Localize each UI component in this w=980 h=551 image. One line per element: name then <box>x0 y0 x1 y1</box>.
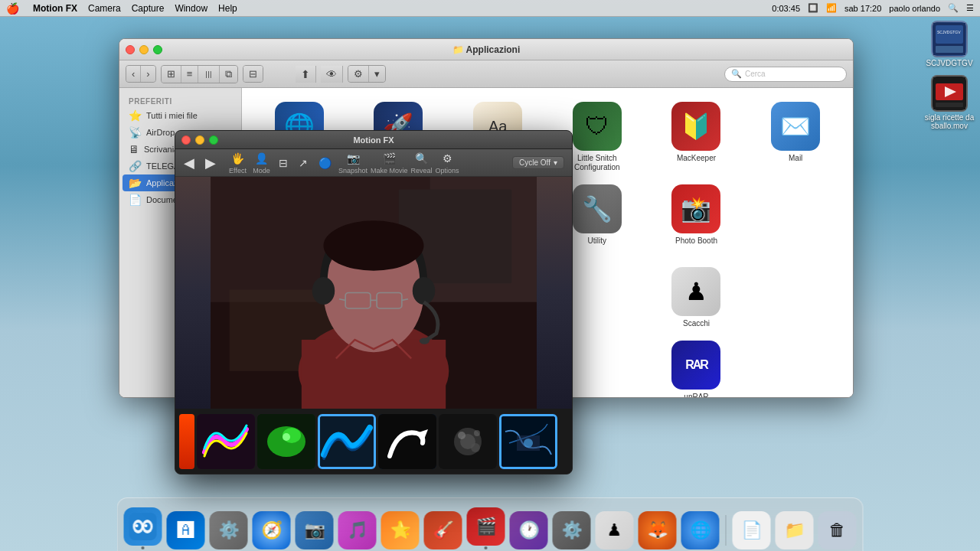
mfx-cycle-btn[interactable]: Cycle Off ▾ <box>512 156 564 169</box>
effect-blob[interactable] <box>257 414 315 469</box>
unrar-icon: RAR <box>671 341 720 390</box>
column-view[interactable]: ⫼ <box>198 66 220 83</box>
mfx-movie-btn[interactable]: 🎬 Make Movie <box>371 151 408 174</box>
user-name: paolo orlando <box>889 4 940 13</box>
apple-menu[interactable]: 🍎 <box>6 2 19 15</box>
app-photobooth[interactable]: 📸 Photo Booth <box>647 178 746 261</box>
dock-iphoto[interactable]: 📷 <box>296 511 334 549</box>
settings-dropdown[interactable]: ▾ <box>369 66 385 82</box>
scrivania-icon: 🖥 <box>129 143 139 155</box>
eye-button[interactable]: 👁 <box>321 66 343 83</box>
person-silhouette <box>175 177 572 409</box>
dock-safari[interactable]: 🧭 <box>253 511 291 549</box>
mfx-close[interactable] <box>181 135 191 145</box>
svg-point-28 <box>458 432 466 439</box>
mfx-reveal-btn[interactable]: 🔍 Reveal <box>411 151 433 174</box>
mfx-back-btn[interactable]: ◀ <box>180 153 198 173</box>
app-mackeeper[interactable]: 🔰 MacKeeper <box>647 96 746 178</box>
svg-rect-24 <box>378 414 436 469</box>
forward-button[interactable]: › <box>141 66 155 82</box>
telegaragemare-icon: 🔗 <box>129 160 142 172</box>
dock-timemachine[interactable]: 🕐 <box>510 511 548 549</box>
desktop-icon-screenshot[interactable]: SCJVDGTGV SCJVDGTGV <box>926 21 972 67</box>
dock-motionFX[interactable]: 🎬 <box>467 507 505 549</box>
scacchi-label: Scacchi <box>683 319 710 328</box>
mfx-snapshot-icon: 📷 <box>343 151 364 166</box>
menu-help[interactable]: Help <box>218 3 237 14</box>
coverflow-view[interactable]: ⧉ <box>220 66 237 83</box>
desktop: 📁 Applicazioni ‹ › ⊞ ≡ ⫼ ⧉ ⊟ ⬆ 👁 ⚙ ▾ <box>0 17 980 551</box>
motionFX-window: Motion FX ◀ ▶ 🖐 Effect 👤 Mode ⊟ <box>175 130 573 474</box>
mfx-arrow-btn[interactable]: ↗ <box>295 155 312 171</box>
desktop-icons: SCJVDGTGV SCJVDGTGV sigla ricette da sba… <box>923 21 976 130</box>
dock-note[interactable]: 📄 <box>733 511 771 549</box>
mfx-extra-btn[interactable]: ⊟ <box>275 155 292 171</box>
dropdown-view[interactable]: ⊟ <box>243 66 263 82</box>
finder-dot <box>142 546 145 549</box>
svg-rect-35 <box>936 25 963 44</box>
wifi-icon: 📶 <box>826 3 837 13</box>
effect-strip <box>175 409 572 474</box>
mfx-mode-btn[interactable]: 👤 Mode <box>251 151 272 174</box>
mfx-options-btn[interactable]: ⚙ Options <box>436 151 459 174</box>
app-scacchi[interactable]: ♟ Scacchi <box>647 261 746 334</box>
app-mail[interactable]: ✉️ Mail <box>746 96 845 178</box>
sidebar-item-allfiles[interactable]: ⭐ Tutti i miei file <box>119 107 241 124</box>
icon-view[interactable]: ⊞ <box>162 66 181 83</box>
dock-appstore[interactable]: 🅰 <box>167 511 205 549</box>
garageband-icon: 🎸 <box>424 511 462 549</box>
dock-sysprefs2[interactable]: ⚙️ <box>553 511 591 549</box>
desktop-icon-video[interactable]: sigla ricette da sballo.mov <box>923 75 976 130</box>
mfx-circle-icon: 🔵 <box>315 155 335 171</box>
finder-titlebar: 📁 Applicazioni <box>119 39 853 60</box>
dock-documents[interactable]: 📁 <box>776 511 814 549</box>
app-menu-motionFX[interactable]: Motion FX <box>33 3 77 14</box>
maximize-button[interactable] <box>153 45 162 54</box>
settings-button[interactable]: ⚙ <box>348 66 369 82</box>
mackeeper-icon: 🔰 <box>671 102 720 151</box>
search-box[interactable]: 🔍 Cerca <box>724 67 847 82</box>
sysprefs-icon: ⚙️ <box>210 511 248 549</box>
mfx-maximize[interactable] <box>209 135 218 145</box>
effect-map[interactable] <box>499 414 557 469</box>
effect-swipe[interactable] <box>378 414 436 469</box>
dock-trash[interactable]: 🗑 <box>818 511 857 549</box>
stars-icon: ⭐ <box>381 511 420 549</box>
search-icon[interactable]: 🔍 <box>948 3 959 13</box>
dock-chess[interactable]: ♟ <box>596 511 634 549</box>
app-unrar[interactable]: RAR unRAR <box>647 334 746 397</box>
dock-internet[interactable]: 🌐 <box>681 511 720 549</box>
utility-label: Utility <box>588 236 606 246</box>
mfx-circle-btn[interactable]: 🔵 <box>315 155 335 171</box>
effect-wave[interactable] <box>318 414 376 469</box>
svg-point-22 <box>283 433 290 441</box>
dock-sysprefs[interactable]: ⚙️ <box>210 511 248 549</box>
effect-sparkle[interactable] <box>439 414 497 469</box>
dock-finder[interactable] <box>124 507 162 549</box>
mfx-effect-btn[interactable]: 🖐 Effect <box>227 151 248 174</box>
menu-capture[interactable]: Capture <box>132 3 165 14</box>
safari-icon: 🧭 <box>253 511 291 549</box>
effect-neon[interactable] <box>197 414 255 469</box>
list-view[interactable]: ≡ <box>181 66 199 83</box>
dock-garageband[interactable]: 🎸 <box>424 511 462 549</box>
share-button[interactable]: ⬆ <box>296 66 316 83</box>
back-button[interactable]: ‹ <box>126 66 141 82</box>
close-button[interactable] <box>126 45 135 54</box>
dock-firefox[interactable]: 🦊 <box>639 511 677 549</box>
dock-itunes[interactable]: 🎵 <box>338 511 377 549</box>
internet-icon: 🌐 <box>681 511 720 549</box>
mfx-effect-label: Effect <box>229 167 247 174</box>
menu-window[interactable]: Window <box>175 3 207 14</box>
timemachine-icon: 🕐 <box>510 511 548 549</box>
mfx-title: Motion FX <box>353 135 394 145</box>
list-icon[interactable]: ☰ <box>966 3 974 13</box>
mfx-minimize[interactable] <box>195 135 204 145</box>
dock-stars[interactable]: ⭐ <box>381 511 420 549</box>
mfx-side-btn[interactable] <box>179 414 194 469</box>
menu-camera[interactable]: Camera <box>88 3 121 14</box>
mfx-forward-btn[interactable]: ▶ <box>201 153 220 173</box>
minimize-button[interactable] <box>139 45 149 54</box>
mfx-snapshot-btn[interactable]: 📷 Snapshot <box>338 151 368 174</box>
timer-display: 0:03:45 <box>772 4 800 13</box>
